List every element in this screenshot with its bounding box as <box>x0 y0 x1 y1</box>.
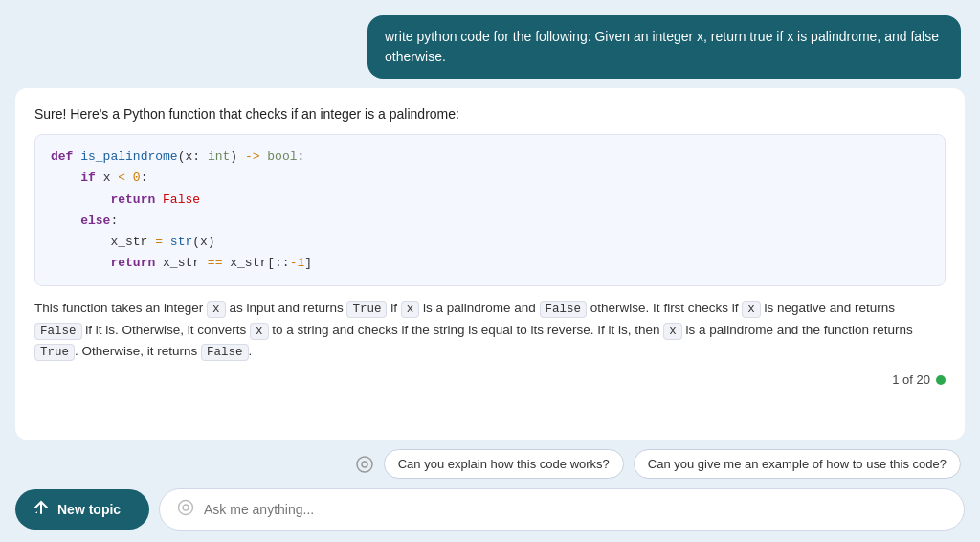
suggestion-btn-2[interactable]: Can you give me an example of how to use… <box>634 449 961 479</box>
new-topic-button[interactable]: New topic <box>15 489 149 530</box>
inline-code-x5: x <box>663 323 682 340</box>
suggestion-row: Can you explain how this code works? Can… <box>15 449 965 479</box>
input-field-wrap[interactable] <box>159 488 965 531</box>
suggestion-chat-icon <box>355 455 374 474</box>
assistant-intro: Sure! Here's a Python function that chec… <box>34 103 946 124</box>
svg-point-1 <box>362 462 368 467</box>
inline-code-x2: x <box>401 301 420 318</box>
input-chat-icon <box>177 499 194 520</box>
svg-point-0 <box>357 457 372 472</box>
user-message-text: write python code for the following: Giv… <box>385 29 939 64</box>
counter-row: 1 of 20 <box>34 371 946 391</box>
new-topic-icon <box>33 499 50 520</box>
inline-code-x4: x <box>250 323 269 340</box>
assistant-card: Sure! Here's a Python function that chec… <box>15 88 965 440</box>
assistant-description: This function takes an integer x as inpu… <box>34 298 946 363</box>
suggestion-btn-1[interactable]: Can you explain how this code works? <box>384 449 624 479</box>
inline-code-x3: x <box>742 301 761 318</box>
inline-code-false3: False <box>201 344 249 361</box>
inline-code-false1: False <box>540 301 588 318</box>
new-topic-label: New topic <box>57 502 121 517</box>
inline-code-x1: x <box>207 301 226 318</box>
code-block: def is_palindrome(x: int) -> bool: if x … <box>34 134 946 286</box>
counter-text: 1 of 20 <box>892 371 930 391</box>
ask-input[interactable] <box>204 502 947 517</box>
user-message-row: write python code for the following: Giv… <box>15 15 965 79</box>
input-row: New topic <box>15 488 965 531</box>
svg-point-2 <box>179 501 193 515</box>
inline-code-true: True <box>346 301 387 318</box>
inline-code-true2: True <box>34 344 75 361</box>
inline-code-false2: False <box>34 323 82 340</box>
user-bubble: write python code for the following: Giv… <box>368 15 961 79</box>
green-dot-indicator <box>936 375 946 385</box>
chat-container: write python code for the following: Giv… <box>0 0 980 542</box>
svg-point-3 <box>183 505 189 510</box>
